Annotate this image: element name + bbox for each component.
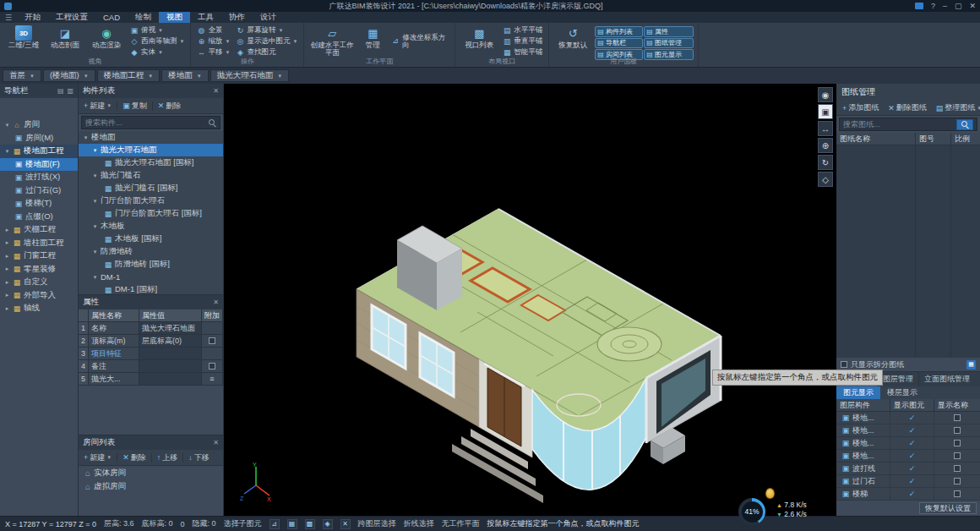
tab-elevation-drawings[interactable]: 立面图纸管理 xyxy=(919,372,975,386)
toggle-properties[interactable]: ▤属性 xyxy=(644,26,694,37)
nav-item-stairs[interactable]: ▣楼梯(T) xyxy=(0,197,78,211)
btn-restore-default[interactable]: ↺恢复默认 xyxy=(553,25,592,57)
perspective-view-icon[interactable]: ◇ xyxy=(818,172,833,187)
orbit-view-icon[interactable]: ↻ xyxy=(818,155,833,170)
tree-row[interactable]: ▾门厅台阶面大理石 xyxy=(79,194,223,207)
cross-layer-select[interactable]: 跨图层选择 xyxy=(358,518,396,529)
btn-show-selected[interactable]: ◎显示选中图元▼ xyxy=(234,36,299,47)
name-checkbox[interactable] xyxy=(954,452,961,459)
new-room-button[interactable]: +新建▼ xyxy=(82,452,113,463)
room-item-solid[interactable]: ⌂实体房间 xyxy=(79,466,223,479)
filter-checkbox[interactable] xyxy=(841,361,847,368)
tab-design[interactable]: 设计 xyxy=(253,12,284,23)
zoom-view-icon[interactable]: ⊕ xyxy=(818,138,833,153)
component-search-input[interactable] xyxy=(85,118,206,127)
property-value-cell[interactable] xyxy=(139,373,202,385)
filter-settings-icon[interactable]: ▦ xyxy=(966,360,976,370)
breadcrumb-type[interactable]: 楼地面▼ xyxy=(161,69,208,82)
view-cube-icon[interactable]: ▣ xyxy=(818,104,833,119)
tree-row[interactable]: ▾木地板 xyxy=(79,220,223,233)
tree-row[interactable]: ▾楼地面 xyxy=(79,131,223,144)
tree-row[interactable]: ▾抛光门槛石 xyxy=(79,169,223,182)
add-drawing-button[interactable]: +添加图纸 xyxy=(841,102,880,113)
filter-select-icon[interactable]: ◈ xyxy=(323,519,333,529)
grid-select-icon[interactable]: ▦ xyxy=(287,519,297,529)
btn-top-view[interactable]: ▣俯视▼ xyxy=(128,25,186,36)
check-icon[interactable]: ✓ xyxy=(909,439,916,447)
attach-checkbox[interactable] xyxy=(209,363,215,370)
snap-icon[interactable]: ✕ xyxy=(340,519,351,529)
tree-row[interactable]: ▦木地板 [国标] xyxy=(79,233,223,245)
help-button[interactable]: ? xyxy=(931,2,935,10)
viewport-3d[interactable] xyxy=(224,84,836,516)
btn-sw-isometric[interactable]: ◇西南等轴测▼ xyxy=(128,36,186,47)
close-button[interactable]: ✕ xyxy=(969,2,976,10)
nav-section-wall-column[interactable]: ▸▦墙柱面工程 xyxy=(0,237,78,250)
room-item-virtual[interactable]: ⌂虚拟房间 xyxy=(79,479,223,493)
drawing-search-input[interactable] xyxy=(843,120,954,129)
check-icon[interactable]: ✓ xyxy=(909,477,916,485)
nav-section-axis[interactable]: ▸▦轴线 xyxy=(0,302,78,315)
delete-component-button[interactable]: ✕删除 xyxy=(156,101,183,112)
notification-icon[interactable] xyxy=(915,3,923,9)
btn-manage-workplane[interactable]: ▦管理 xyxy=(358,25,387,57)
nav-section-ceiling[interactable]: ▸▦天棚工程 xyxy=(0,223,78,237)
btn-2d3d[interactable]: 3D二维/三维 xyxy=(4,25,43,57)
nav-item-accent[interactable]: ▣点缀(O) xyxy=(0,211,78,224)
tree-row[interactable]: ▦门厅台阶面大理石 [国标] xyxy=(79,207,223,220)
nav-section-external-import[interactable]: ▸▦外部导入 xyxy=(0,289,78,303)
nav-item-border-line[interactable]: ▣波打线(X) xyxy=(0,171,78,184)
drawing-search-button[interactable] xyxy=(956,119,973,130)
close-icon[interactable]: ✕ xyxy=(213,87,219,95)
btn-viewport-list[interactable]: ▩视口列表 xyxy=(460,25,498,57)
tree-row[interactable]: ▦DM-1 [国标] xyxy=(79,283,223,294)
breadcrumb-component[interactable]: 抛光大理石地面▼ xyxy=(210,69,289,82)
nav-item-room-m[interactable]: ▣房间(M) xyxy=(0,132,78,145)
btn-horizontal-tile[interactable]: ▤水平平铺 xyxy=(501,25,544,36)
subtab-element-display[interactable]: 图元显示 xyxy=(836,386,880,399)
search-icon[interactable] xyxy=(209,119,216,127)
tab-view[interactable]: 视图 xyxy=(159,12,190,23)
delete-drawing-button[interactable]: ✕删除图纸 xyxy=(886,102,928,113)
btn-zoom[interactable]: ⊕缩放▼ xyxy=(195,36,231,47)
organize-drawing-button[interactable]: ▤整理图纸▼ xyxy=(934,102,980,113)
nav-collapse-icon[interactable]: ▤ xyxy=(57,87,64,95)
select-sub-element[interactable]: 选择子图元 xyxy=(224,518,262,529)
hamburger-menu-icon[interactable]: ☰ xyxy=(0,12,17,23)
btn-create-workplane[interactable]: ▱创建水平工作平面 xyxy=(308,25,356,57)
reset-default-button[interactable]: 恢复默认设置 xyxy=(919,502,977,514)
check-icon[interactable]: ✓ xyxy=(909,490,916,498)
close-icon[interactable]: ✕ xyxy=(213,298,219,306)
breadcrumb-floor[interactable]: 首层▼ xyxy=(3,69,41,82)
toggle-component-list[interactable]: ▤构件列表 xyxy=(595,26,643,37)
name-checkbox[interactable] xyxy=(954,490,961,497)
tree-row[interactable]: ▦抛光大理石地面 [国标] xyxy=(79,156,223,169)
subtab-floor-display[interactable]: 楼层显示 xyxy=(880,386,924,399)
name-checkbox[interactable] xyxy=(954,414,961,421)
tab-tools[interactable]: 工具 xyxy=(190,12,221,23)
nav-section-floor-project[interactable]: ▾▦楼地面工程 xyxy=(0,145,78,158)
delete-room-button[interactable]: ✕删除 xyxy=(121,452,148,463)
property-value-cell[interactable]: 抛光大理石地面 xyxy=(139,322,202,334)
btn-modify-coordinate[interactable]: ⊿修改坐标系方向 xyxy=(389,34,450,49)
nav-item-threshold-stone[interactable]: ▣过门石(G) xyxy=(0,184,78,198)
toggle-navbar[interactable]: ▤导航栏 xyxy=(595,38,643,49)
pan-view-icon[interactable]: ↔ xyxy=(818,121,833,136)
tab-cad[interactable]: CAD xyxy=(95,12,128,23)
copy-component-button[interactable]: ▣复制 xyxy=(121,101,149,112)
btn-screen-rotate[interactable]: ↻屏幕旋转▼ xyxy=(234,25,299,36)
new-component-button[interactable]: +新建▼ xyxy=(82,101,113,112)
tab-project-settings[interactable]: 工程设置 xyxy=(48,12,95,23)
nav-section-custom[interactable]: ▸▦自定义 xyxy=(0,276,78,289)
render-mode-icon[interactable]: ◉ xyxy=(818,87,833,102)
tree-row[interactable]: ▦防滑地砖 [国标] xyxy=(79,258,223,271)
check-icon[interactable]: ✓ xyxy=(909,413,916,422)
move-up-button[interactable]: ↑上移 xyxy=(155,452,180,463)
check-icon[interactable]: ✓ xyxy=(909,464,916,473)
property-value-cell[interactable] xyxy=(139,360,202,372)
minimize-button[interactable]: – xyxy=(943,2,947,10)
breadcrumb-project[interactable]: 楼地面工程▼ xyxy=(97,69,160,82)
tree-row[interactable]: ▾防滑地砖 xyxy=(79,245,223,258)
name-checkbox[interactable] xyxy=(954,478,961,484)
tab-draw[interactable]: 绘制 xyxy=(128,12,159,23)
